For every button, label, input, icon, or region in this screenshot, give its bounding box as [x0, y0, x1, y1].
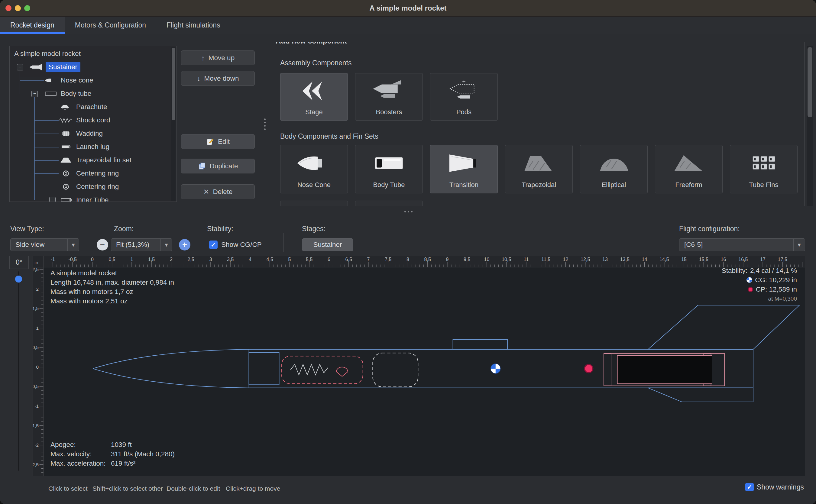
- component-button-boosters[interactable]: Boosters: [355, 73, 423, 121]
- main-tab-bar: Rocket design Motors & Configuration Fli…: [0, 17, 816, 34]
- close-window-button[interactable]: [5, 5, 11, 11]
- svg-text:9: 9: [446, 257, 449, 262]
- component-button-clipped-2[interactable]: [355, 201, 423, 206]
- title-bar: A simple model rocket: [0, 0, 816, 17]
- panel-scrollbar[interactable]: [807, 46, 813, 206]
- tree-item-centering-ring-1[interactable]: Centering ring: [10, 167, 171, 180]
- tab-motors-configuration[interactable]: Motors & Configuration: [65, 17, 156, 34]
- tree-item-launch-lug[interactable]: Launch lug: [10, 140, 171, 153]
- component-button-nose-cone[interactable]: Nose Cone: [280, 145, 348, 193]
- zoom-in-button[interactable]: +: [179, 239, 190, 250]
- component-button-elliptical[interactable]: Elliptical: [580, 145, 648, 193]
- duplicate-copy-icon: [198, 162, 206, 170]
- vertical-splitter-handle[interactable]: [264, 118, 266, 130]
- tree-item-label: Launch lug: [76, 143, 109, 151]
- svg-text:9,5: 9,5: [464, 257, 470, 262]
- tab-rocket-design[interactable]: Rocket design: [0, 17, 65, 34]
- toolbar-separator: [283, 233, 284, 252]
- freeform-fin-icon: [671, 145, 707, 181]
- component-button-trapezoidal[interactable]: Trapezoidal: [505, 145, 573, 193]
- tree-item-trapezoidal-fin-set[interactable]: Trapezoidal fin set: [10, 153, 171, 167]
- rotation-slider-thumb[interactable]: [15, 276, 22, 283]
- tree-item-wadding[interactable]: Wadding: [10, 127, 171, 140]
- tree-item-shock-cord[interactable]: Shock cord: [10, 114, 171, 127]
- component-button-transition[interactable]: Transition: [430, 145, 498, 193]
- rocket-view-canvas[interactable]: in -1-0,500,511,522,533,544,555,566,577,…: [33, 256, 805, 476]
- svg-text:-2: -2: [35, 442, 39, 447]
- cg-value: CG: 10,229 in: [755, 275, 797, 285]
- tree-item-inner-tube[interactable]: − Inner Tube: [10, 193, 171, 202]
- component-button-pods[interactable]: Pods: [430, 73, 498, 121]
- apogee-value: 1039 ft: [111, 440, 175, 449]
- svg-text:1,5: 1,5: [33, 306, 39, 311]
- nose-cone-icon: [44, 76, 57, 84]
- tab-label: Rocket design: [10, 21, 54, 29]
- component-button-stage[interactable]: Stage: [280, 73, 348, 121]
- rocket-dimensions: Length 16,748 in, max. diameter 0,984 in: [50, 278, 174, 287]
- tree-scrollbar-thumb[interactable]: [172, 48, 175, 120]
- show-warnings-checkbox[interactable]: ✓: [745, 483, 754, 491]
- tree-item-nose-cone[interactable]: Nose cone: [10, 74, 171, 87]
- pods-icon: [446, 73, 482, 108]
- component-button-tube-fins[interactable]: Tube Fins: [730, 145, 798, 193]
- panel-scrollbar-thumb[interactable]: [808, 47, 812, 117]
- parachute-icon: [59, 103, 73, 111]
- tube-fins-icon: [746, 145, 782, 181]
- shock-cord-zigzag: [290, 364, 328, 375]
- check-icon: ✓: [747, 483, 752, 491]
- component-button-clipped-1[interactable]: [280, 201, 348, 206]
- edit-button[interactable]: Edit: [181, 134, 255, 149]
- tree-item-centering-ring-2[interactable]: Centering ring: [10, 180, 171, 193]
- move-down-label: Move down: [204, 75, 239, 82]
- component-button-freeform[interactable]: Freeform: [655, 145, 723, 193]
- collapse-handle-icon[interactable]: −: [31, 91, 38, 97]
- collapse-handle-icon[interactable]: −: [17, 64, 23, 70]
- maximize-window-button[interactable]: [24, 5, 30, 11]
- hint-click-drag: Click+drag to move: [226, 485, 280, 492]
- zoom-dropdown[interactable]: Fit (51,3%) ▾: [111, 238, 172, 251]
- component-label: Boosters: [376, 108, 402, 120]
- rotation-slider-track[interactable]: [18, 271, 19, 471]
- svg-text:8,5: 8,5: [424, 257, 431, 262]
- move-up-button[interactable]: ↑ Move up: [181, 50, 255, 65]
- tree-item-body-tube[interactable]: − Body tube: [10, 87, 171, 100]
- svg-text:16,5: 16,5: [738, 257, 748, 262]
- component-label: Trapezoidal: [522, 181, 556, 193]
- zoom-out-button[interactable]: −: [97, 239, 108, 250]
- panel-legend: Add new component: [272, 42, 351, 45]
- tab-flight-simulations[interactable]: Flight simulations: [156, 17, 231, 34]
- tree-item-label: Shock cord: [76, 116, 110, 124]
- tree-item-rocket-root[interactable]: A simple model rocket: [10, 47, 171, 60]
- duplicate-button[interactable]: Duplicate: [181, 159, 255, 173]
- delete-label: Delete: [213, 188, 233, 196]
- move-down-button[interactable]: ↓ Move down: [181, 71, 255, 86]
- tab-label: Motors & Configuration: [75, 21, 146, 29]
- view-type-dropdown[interactable]: Side view ▾: [10, 238, 79, 251]
- tree-rows: A simple model rocket − Sustainer Nose c…: [10, 47, 171, 202]
- tree-item-parachute[interactable]: Parachute: [10, 100, 171, 114]
- tree-item-label: Sustainer: [46, 62, 80, 72]
- component-button-body-tube[interactable]: Body Tube: [355, 145, 423, 193]
- stage-toggle-sustainer[interactable]: Sustainer: [302, 238, 353, 251]
- show-warnings-control[interactable]: ✓ Show warnings: [745, 483, 804, 491]
- svg-text:0: 0: [36, 364, 39, 370]
- minimize-window-button[interactable]: [15, 5, 21, 11]
- horizontal-splitter-handle[interactable]: [404, 211, 413, 212]
- flight-configuration-dropdown[interactable]: [C6-5] ▾: [679, 238, 805, 251]
- tree-item-label: Nose cone: [61, 76, 93, 84]
- tree-item-label: Parachute: [76, 103, 107, 111]
- nose-cone-icon: [296, 145, 332, 181]
- collapse-handle-icon[interactable]: −: [49, 197, 56, 202]
- delete-button[interactable]: ✕ Delete: [181, 184, 255, 199]
- svg-text:5: 5: [288, 257, 291, 262]
- tree-scrollbar[interactable]: [171, 47, 176, 201]
- svg-text:5,5: 5,5: [306, 257, 312, 262]
- hint-click-to-select: Click to select: [48, 485, 88, 492]
- max-acceleration-label: Max. acceleration:: [50, 459, 111, 468]
- svg-text:1: 1: [130, 257, 133, 262]
- svg-text:13,5: 13,5: [620, 257, 630, 262]
- show-cgcp-control[interactable]: ✓ Show CG/CP: [209, 241, 262, 249]
- tree-item-sustainer[interactable]: − Sustainer: [10, 60, 171, 74]
- trapezoidal-fin-icon: [521, 145, 557, 181]
- show-cgcp-checkbox[interactable]: ✓: [209, 241, 218, 249]
